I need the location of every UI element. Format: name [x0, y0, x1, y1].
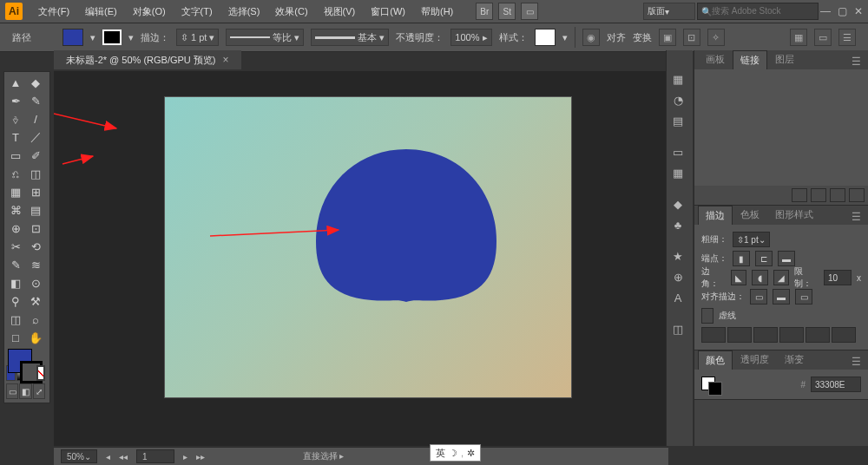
slice-tool[interactable]: ⚒	[26, 292, 45, 310]
select-similar-icon[interactable]: ✧	[707, 29, 725, 46]
edit-original-icon[interactable]	[849, 188, 865, 202]
menu-effect[interactable]: 效果(C)	[268, 3, 314, 21]
shaper-tool[interactable]: ⎌	[6, 165, 25, 182]
window-minimize[interactable]: —	[820, 5, 831, 17]
miter-limit-input[interactable]: 10	[824, 270, 852, 285]
align-inside[interactable]: ▬	[773, 289, 790, 305]
dock-shape-icon[interactable]: ★	[668, 246, 687, 265]
tab-stroke[interactable]: 描边	[698, 206, 733, 225]
direct-selection-tool[interactable]: ◆	[26, 74, 45, 91]
options-icon1[interactable]: ▦	[790, 29, 807, 46]
corner-miter[interactable]: ◣	[731, 270, 747, 285]
gap-1[interactable]	[727, 327, 752, 343]
stroke-profile-dropdown[interactable]: 等比 ▾	[226, 29, 304, 46]
dash-3[interactable]	[806, 327, 830, 343]
menu-file[interactable]: 文件(F)	[31, 3, 76, 21]
dock-artboards-icon[interactable]: ◫	[668, 319, 687, 338]
corner-bevel[interactable]: ◢	[773, 270, 790, 285]
gap-2[interactable]	[779, 327, 804, 343]
corner-round[interactable]: ◖	[752, 270, 768, 285]
blue-shape[interactable]	[311, 146, 502, 305]
cap-butt[interactable]: ▮	[733, 251, 750, 266]
dock-swatches-icon[interactable]: ▤	[668, 111, 687, 130]
canvas-area[interactable]	[54, 71, 668, 446]
close-tab-icon[interactable]: ×	[223, 54, 229, 66]
tab-gradient[interactable]: 渐变	[777, 350, 812, 370]
tab-links[interactable]: 链接	[733, 50, 767, 69]
gap-3[interactable]	[832, 327, 856, 343]
color-fill-stroke-indicator[interactable]	[701, 377, 722, 392]
menu-window[interactable]: 窗口(W)	[364, 3, 412, 21]
gradient-tool[interactable]: ⟲	[26, 238, 45, 255]
lasso-tool[interactable]: ✎	[26, 92, 45, 109]
artboard-tool[interactable]: ⚲	[6, 292, 25, 310]
opacity-dropdown[interactable]: 100% ▸	[450, 29, 491, 46]
ime-settings-icon[interactable]: ✲	[467, 448, 475, 459]
document-tab[interactable]: 未标题-2* @ 50% (RGB/GPU 预览) ×	[54, 50, 241, 69]
panel-menu-icon[interactable]: ☰	[848, 54, 865, 69]
dock-symbols-icon[interactable]: ♣	[668, 215, 687, 234]
edit-similar-icon[interactable]: ⊡	[683, 29, 700, 46]
workspace-dropdown[interactable]: 版面 ▾	[643, 3, 695, 20]
mesh-tool[interactable]: ✂	[6, 238, 25, 255]
blend-tool[interactable]: ≋	[26, 256, 45, 273]
dock-color-icon[interactable]: ◔	[668, 90, 687, 109]
dock-brushes-icon[interactable]: ◆	[668, 194, 687, 213]
menu-edit[interactable]: 编辑(E)	[78, 3, 124, 21]
shape-builder-tool[interactable]: ⊕	[6, 219, 25, 237]
align-label[interactable]: 对齐	[607, 31, 626, 44]
column-graph-tool[interactable]: ⊙	[26, 274, 45, 291]
window-close[interactable]: ✕	[854, 5, 863, 17]
update-link-icon[interactable]	[830, 188, 845, 202]
eyedropper-tool[interactable]: ✎	[6, 256, 25, 273]
artboard-number[interactable]: 1	[136, 449, 174, 463]
cap-round[interactable]: ⊏	[755, 251, 773, 266]
hand-tool[interactable]: ◫	[6, 311, 25, 328]
screen-modes[interactable]: ▭◧⤢	[6, 383, 45, 399]
magic-wand-tool[interactable]: ✒	[6, 92, 25, 109]
dash-1[interactable]	[701, 327, 726, 343]
bridge-button[interactable]: Br	[476, 3, 493, 20]
dash-checkbox[interactable]	[701, 308, 713, 324]
artboard-nav-prev[interactable]: ◂	[106, 452, 110, 462]
tab-transparency[interactable]: 透明度	[733, 350, 777, 370]
selection-tool[interactable]: ▲	[6, 74, 25, 91]
stroke-weight-input[interactable]: ⇳ 1 pt ⌄	[733, 232, 770, 247]
zoom-dropdown[interactable]: 50% ⌄	[61, 449, 97, 463]
hex-input[interactable]: 33308E	[811, 377, 861, 392]
symbol-sprayer-tool[interactable]: ◧	[6, 274, 25, 291]
scale-tool[interactable]: ⊞	[26, 183, 45, 200]
perspective-tool[interactable]: ⊡	[26, 219, 45, 237]
artboard-nav-first[interactable]: ◂◂	[119, 452, 128, 462]
relink-icon[interactable]	[792, 188, 807, 202]
recolor-icon[interactable]: ◉	[582, 29, 600, 46]
dock-transform-icon[interactable]: ⊕	[668, 267, 687, 286]
window-maximize[interactable]: ▢	[838, 5, 847, 17]
tab-layers[interactable]: 图层	[767, 49, 802, 69]
menu-select[interactable]: 选择(S)	[221, 3, 267, 21]
menu-object[interactable]: 对象(O)	[126, 3, 173, 21]
dock-properties-icon[interactable]: ▦	[668, 69, 687, 88]
stroke-panel-menu-icon[interactable]: ☰	[848, 209, 865, 225]
align-center[interactable]: ▭	[750, 289, 767, 305]
isolate-icon[interactable]: ▣	[659, 29, 676, 46]
options-menu-icon[interactable]: ☰	[838, 29, 856, 46]
menu-help[interactable]: 帮助(H)	[414, 3, 460, 21]
color-panel-menu-icon[interactable]: ☰	[848, 354, 865, 370]
placeholder-1[interactable]: □	[6, 329, 25, 346]
transform-label[interactable]: 变换	[633, 31, 652, 44]
zoom-tool[interactable]: ⌕	[26, 311, 45, 328]
paintbrush-tool[interactable]: ✐	[26, 147, 45, 164]
rotate-tool[interactable]: ▦	[6, 183, 25, 200]
artboard[interactable]	[165, 97, 571, 397]
tab-graphic-styles[interactable]: 图形样式	[767, 205, 821, 225]
stroke-weight-dropdown[interactable]: ⇳ 1 pt ▾	[176, 29, 219, 46]
ime-lang[interactable]: 英	[436, 447, 445, 460]
artboard-nav-last[interactable]: ▸▸	[196, 452, 205, 462]
cap-projecting[interactable]: ▬	[778, 251, 795, 266]
dash-2[interactable]	[753, 327, 778, 343]
line-tool[interactable]: ／	[26, 128, 45, 146]
tab-swatches[interactable]: 色板	[733, 205, 767, 225]
dock-stroke-icon[interactable]: ▭	[668, 142, 687, 161]
stock-button[interactable]: St	[498, 3, 516, 20]
